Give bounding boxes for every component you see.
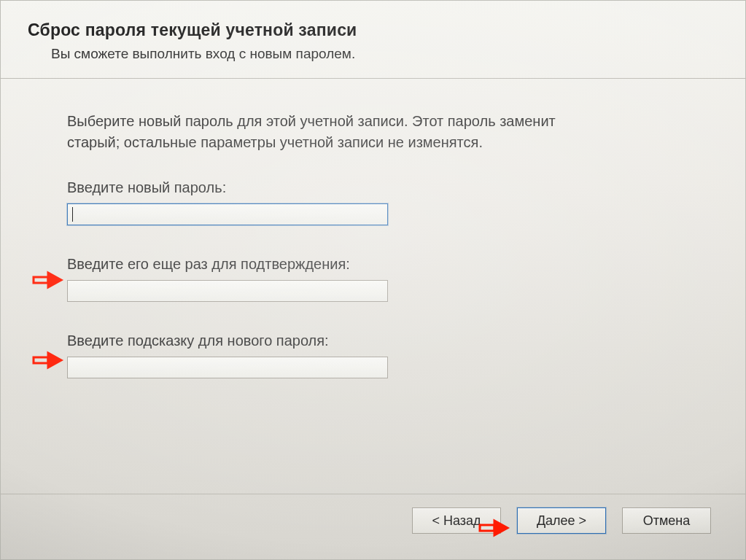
instruction-text: Выберите новый пароль для этой учетной з… [67,111,592,153]
new-password-label: Введите новый пароль: [67,179,702,196]
confirm-password-input[interactable] [67,280,388,302]
wizard-subtitle: Вы сможете выполнить вход с новым пароле… [51,46,746,62]
wizard-header: Сброс пароля текущей учетной записи Вы с… [0,0,746,79]
wizard-footer: < Назад Далее > Отмена [0,494,746,554]
confirm-password-label: Введите его еще раз для подтверждения: [67,256,702,273]
back-button[interactable]: < Назад [412,508,501,534]
password-hint-label: Введите подсказку для нового пароля: [67,332,702,349]
wizard-body: Выберите новый пароль для этой учетной з… [0,79,746,378]
new-password-input[interactable] [67,203,388,225]
wizard-title: Сброс пароля текущей учетной записи [28,20,746,40]
password-hint-input[interactable] [67,357,388,378]
text-cursor [72,207,73,222]
button-row: < Назад Далее > Отмена [412,508,711,534]
password-reset-wizard: Сброс пароля текущей учетной записи Вы с… [0,0,746,560]
next-button[interactable]: Далее > [517,508,606,534]
cancel-button[interactable]: Отмена [622,508,711,534]
